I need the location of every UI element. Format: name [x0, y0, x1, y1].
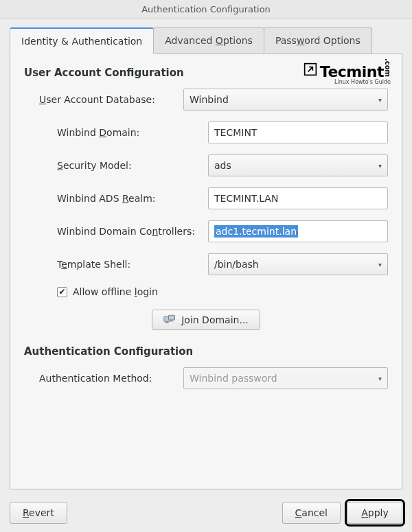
svg-rect-4	[170, 321, 174, 322]
section-auth-config: Authentication Configuration	[24, 345, 388, 358]
computers-icon	[163, 314, 176, 325]
chevron-down-icon: ▾	[378, 96, 382, 104]
select-auth-method: Winbind password ▾	[183, 367, 388, 389]
input-domain-controllers[interactable]: adc1.tecmint.lan	[208, 220, 388, 242]
tab-panel-identity: Tecmint.com Linux Howto's Guide User Acc…	[10, 54, 402, 489]
checkbox-allow-offline[interactable]: ✔	[57, 287, 67, 297]
svg-rect-2	[169, 315, 175, 320]
label-domain-controllers: Winbind Domain Controllers:	[57, 226, 208, 237]
label-winbind-domain: Winbind Domain:	[57, 127, 208, 138]
revert-button[interactable]: Revert	[10, 502, 67, 524]
input-ads-realm[interactable]: TECMINT.LAN	[208, 187, 388, 209]
label-security-model: Security Model:	[57, 160, 208, 171]
label-template-shell: Template Shell:	[57, 259, 208, 270]
select-template-shell[interactable]: /bin/bash ▾	[208, 253, 388, 275]
cancel-button[interactable]: Cancel	[282, 502, 341, 524]
join-domain-button[interactable]: Join Domain...	[152, 310, 260, 330]
label-ads-realm: Winbind ADS Realm:	[57, 193, 208, 204]
tab-password[interactable]: Password Options	[264, 27, 372, 54]
tecmint-logo: Tecmint.com Linux Howto's Guide	[304, 58, 391, 85]
label-user-db: User Account Database:	[39, 94, 183, 105]
apply-button[interactable]: Apply	[347, 502, 402, 524]
tab-bar: Identity & Authentication Advanced Optio…	[10, 27, 402, 54]
chevron-down-icon: ▾	[378, 261, 382, 268]
logo-arrow-icon	[304, 62, 317, 76]
select-user-db[interactable]: Winbind ▾	[183, 89, 388, 111]
chevron-down-icon: ▾	[378, 162, 382, 170]
tab-identity[interactable]: Identity & Authentication	[10, 27, 154, 54]
window-title: Authentication Configuration	[0, 0, 412, 19]
svg-rect-3	[165, 322, 169, 323]
input-winbind-domain[interactable]: TECMINT	[208, 122, 388, 143]
chevron-down-icon: ▾	[378, 375, 382, 382]
label-allow-offline: Allow offline login	[73, 286, 158, 297]
action-bar: Revert Cancel Apply	[0, 495, 412, 532]
label-auth-method: Authentication Method:	[39, 373, 183, 384]
tab-advanced[interactable]: Advanced Options	[153, 27, 264, 54]
select-security-model[interactable]: ads ▾	[208, 154, 388, 176]
